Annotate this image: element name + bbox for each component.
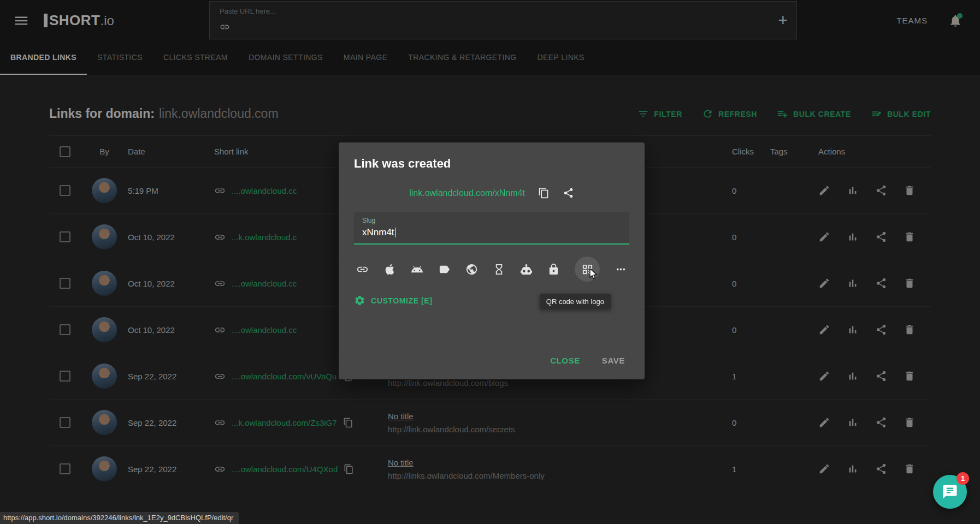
qr-code-button[interactable] <box>575 257 600 282</box>
apple-icon[interactable] <box>383 263 396 276</box>
tag-icon[interactable] <box>438 263 451 276</box>
text-caret <box>395 228 396 237</box>
chat-icon <box>942 484 958 500</box>
link-option-icons <box>354 257 629 282</box>
hourglass-icon[interactable] <box>493 263 505 276</box>
globe-icon[interactable] <box>465 263 478 276</box>
qr-tooltip: QR code with logo <box>540 294 611 309</box>
android-icon[interactable] <box>411 263 423 276</box>
browser-status-bar: https://app.short.io/domains/392246/link… <box>0 512 239 524</box>
save-button[interactable]: SAVE <box>602 356 625 365</box>
dialog-title: Link was created <box>354 157 629 171</box>
slug-label: Slug <box>362 217 621 224</box>
slug-input[interactable]: Slug xNnm4t <box>354 212 629 245</box>
chat-widget-button[interactable]: 1 <box>933 475 967 509</box>
gear-icon <box>354 295 365 306</box>
share-icon[interactable] <box>563 187 574 199</box>
copy-icon[interactable] <box>538 187 550 199</box>
more-options-icon[interactable] <box>615 263 627 276</box>
qr-code-icon <box>581 263 594 276</box>
chat-unread-badge: 1 <box>957 472 969 485</box>
link-icon[interactable] <box>356 263 369 276</box>
robot-icon[interactable] <box>520 263 533 276</box>
lock-icon[interactable] <box>547 263 560 276</box>
link-created-dialog: Link was created link.owlandcloud.com/xN… <box>339 142 645 379</box>
slug-value: xNnm4t <box>362 227 394 237</box>
created-short-link[interactable]: link.owlandcloud.com/xNnm4t <box>409 188 525 198</box>
customize-button[interactable]: CUSTOMIZE [E] <box>354 295 433 306</box>
close-button[interactable]: CLOSE <box>550 356 580 365</box>
